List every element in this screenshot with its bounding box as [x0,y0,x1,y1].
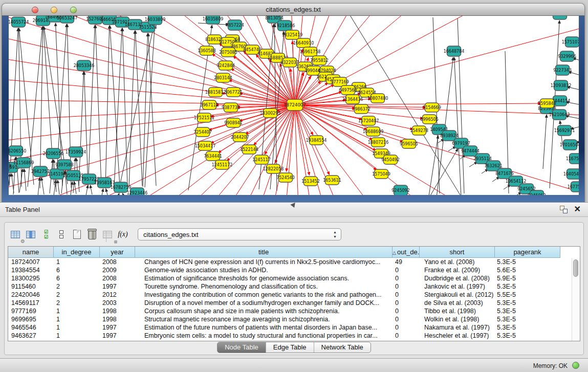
graph-node[interactable]: 1575049 [372,169,390,179]
graph-node[interactable]: 16961758 [300,47,321,56]
table-row[interactable]: 2242004622012Investigating the contribut… [8,291,580,299]
window-titlebar[interactable]: citations_edges.txt [2,3,585,16]
graph-node[interactable]: 1595848 [538,99,556,108]
table-row[interactable]: 946362711997Embryonic stem cells: a mode… [8,332,580,340]
table-cell: 2009 [100,266,135,274]
column-header-name[interactable]: name [8,247,54,258]
graph-node[interactable]: 15720407 [358,116,379,125]
column-header-title[interactable]: title [135,247,393,258]
graph-node[interactable]: 9908941 [224,118,243,127]
table-row[interactable]: 911546021997Tourette syndrome. Phenomeno… [8,282,580,291]
float-window-icon[interactable] [560,206,568,213]
graph-node[interactable]: 9245052 [528,190,546,195]
graph-node[interactable]: 9596505 [400,139,418,148]
table-cell: 0 [393,323,420,332]
tab-node-table[interactable]: Node Table [217,342,266,353]
graph-node[interactable]: 7857224 [226,20,244,30]
column-header-pagerank[interactable]: pagerank [495,247,560,258]
graph-node[interactable]: 1653611 [323,176,341,185]
table-row[interactable]: 1938455462009Genome-wide association stu… [8,266,580,274]
graph-node[interactable]: 16775324 [568,182,579,192]
svg-text:18300295: 18300295 [260,111,281,116]
graph-node[interactable]: 18724007 [284,99,306,111]
graph-node[interactable]: 1522144 [240,145,258,154]
row-tools-button[interactable] [54,227,69,242]
graph-node[interactable]: 7955812 [310,56,329,65]
graph-node[interactable]: 16648784 [444,46,465,56]
graph-node[interactable]: 9245092 [391,185,410,195]
graph-node[interactable]: 5593031 [551,16,569,19]
column-header-out_de[interactable]: △out_de... [393,247,420,258]
graph-node[interactable]: 2803144 [214,73,232,82]
graph-node[interactable]: 6497568 [339,85,357,95]
graph-node[interactable]: 3067721 [224,87,243,97]
graph-node[interactable]: 26206550 [9,146,26,156]
tab-network-table[interactable]: Network Table [314,342,371,353]
graph-node[interactable]: 7986372 [352,104,371,114]
table-row[interactable]: 1872400712008Changes of HCN gene express… [8,258,580,266]
column-header-short[interactable]: short [420,247,495,258]
graph-node[interactable]: 1245117 [252,155,271,164]
tab-edge-table[interactable]: Edge Table [266,342,314,353]
graph-node[interactable]: 7634441 [204,151,222,161]
combobox-stepper-icon[interactable]: ▲▼ [333,230,337,239]
graph-node[interactable]: 2044207 [231,133,249,142]
graph-node[interactable]: 15692971 [554,125,575,136]
graph-node[interactable]: 10688609 [363,127,384,136]
graph-node[interactable]: 15751074 [562,37,579,47]
memory-ok-indicator[interactable] [572,362,579,369]
table-row[interactable]: 1456911722003Disruption of a novel membe… [8,299,580,307]
svg-text:2075085: 2075085 [219,50,237,55]
svg-text:18724007: 18724007 [284,102,306,107]
graph-node[interactable]: 28053346 [74,60,95,71]
graph-node[interactable]: 17016504 [560,140,579,150]
graph-node[interactable]: 9227343 [553,65,572,75]
create-column-button[interactable] [69,227,84,242]
table-row[interactable]: 1830029562008Estimation of significance … [8,274,580,282]
graph-node[interactable]: 17359924 [66,147,86,157]
graph-node[interactable]: 16035809 [203,16,224,24]
table-panel-content: ⚙☑☑⦻f(x) citations_edges.txt ▲▼ namein_d… [4,222,584,355]
graph-node[interactable]: 11675333 [566,154,579,164]
network-canvas[interactable]: 1405572420691406168490111065324715276026… [9,16,579,195]
table-selector-combobox[interactable]: citations_edges.txt ▲▼ [138,228,341,240]
graph-node[interactable]: 14055724 [9,17,29,27]
graph-node[interactable]: 20206556 [43,148,64,159]
graph-node[interactable]: 1360588 [198,46,216,55]
graph-node[interactable]: 9450492 [381,155,400,164]
network-graph[interactable]: 1405572420691406168490111065324715276026… [9,16,579,195]
table-row[interactable]: 969969511998Structural magnetic resonanc… [8,315,580,323]
column-header-in_degree[interactable]: in_degree [54,247,100,258]
show-column-button[interactable] [23,227,38,242]
table-cell: Genome-wide association studies in ADHD. [135,266,393,274]
delete-column-button[interactable] [84,227,100,242]
graph-node[interactable]: 9387731 [222,103,240,112]
graph-node[interactable]: 2075085 [219,48,237,57]
graph-node[interactable]: 18815812 [205,87,226,97]
graph-node[interactable]: 9154669 [423,103,441,112]
column-header-year[interactable]: year [100,247,135,258]
graph-node[interactable]: 9329966 [558,51,576,61]
table-row[interactable]: 977716911998Corpus callosum shape and si… [8,307,580,315]
graph-node[interactable]: 7254407 [193,127,212,137]
graph-node[interactable]: 12093832 [551,80,572,91]
svg-text:9387731: 9387731 [222,105,240,110]
close-panel-icon[interactable]: ✕ [574,204,581,214]
graph-node[interactable]: 9242844 [216,61,235,70]
graph-node[interactable]: 8996505 [420,115,439,124]
table-mode-button[interactable]: ⚙ [8,227,23,242]
graph-node[interactable]: 7524540 [276,173,295,182]
graph-node[interactable]: 9397588 [55,160,74,170]
graph-node[interactable]: 1513452 [301,177,320,186]
graph-node[interactable]: 2942757 [31,166,50,177]
table-row[interactable]: 946554611997Estimation of the future num… [8,323,580,332]
graph-node[interactable]: 10405492 [563,169,579,179]
graph-node[interactable]: 3967112 [200,100,219,110]
vertical-scrollbar[interactable] [572,258,580,341]
graph-node[interactable]: 1549278 [410,126,428,135]
function-builder-button[interactable]: f(x) [115,227,130,242]
svg-text:8813054: 8813054 [265,16,284,20]
scrollbar-thumb[interactable] [573,259,578,277]
select-columns-button[interactable]: ☑☑ [38,227,54,242]
combobox-value: citations_edges.txt [143,231,199,238]
